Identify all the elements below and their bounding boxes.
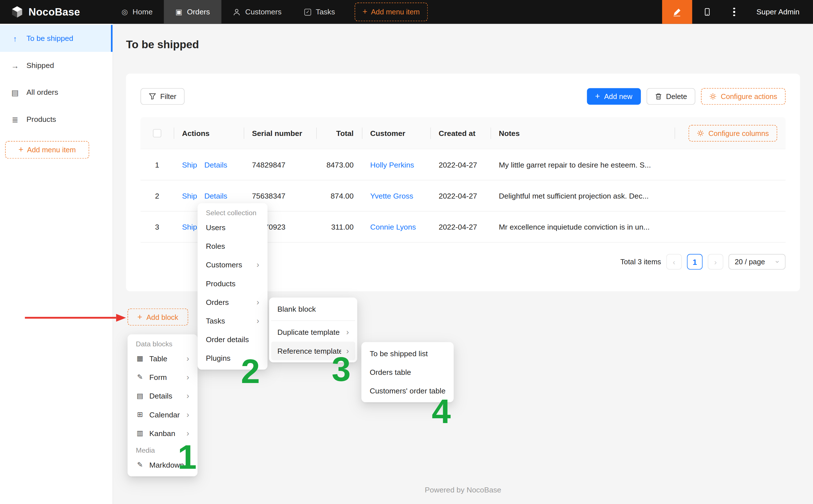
sidebar: ↑ To be shipped → Shipped ▤ All orders ≣… [0, 24, 113, 504]
nav-add-menu-item-button[interactable]: + Add menu item [355, 3, 427, 21]
details-link[interactable]: Details [204, 192, 227, 200]
header-actions: Actions [174, 117, 244, 149]
menu-item-orders-table[interactable]: Orders table [363, 363, 451, 382]
table-header-row: Actions Serial number Total Customer Cre… [140, 117, 785, 149]
next-page-button[interactable]: › [708, 254, 723, 270]
add-block-button[interactable]: + Add block [128, 309, 188, 326]
ui-editor-button[interactable] [662, 0, 692, 24]
ship-link[interactable]: Ship [182, 160, 197, 169]
menu-group-label: Data blocks [130, 336, 195, 349]
menu-item-tasks[interactable]: Tasks › [200, 312, 265, 330]
sidebar-add-menu-item-button[interactable]: + Add menu item [5, 141, 89, 159]
chevron-right-icon: › [256, 261, 259, 269]
menu-item-products[interactable]: Products [200, 274, 265, 293]
menu-item-calendar[interactable]: ⊞ Calendar › [130, 405, 195, 424]
header-serial-number: Serial number [244, 117, 316, 149]
menu-item-form[interactable]: ✎ Form › [130, 368, 195, 387]
app: NocoBase ◎ Home ▣ Orders Cus [0, 0, 813, 504]
serial-cell: 74829847 [244, 160, 316, 169]
mobile-preview-button[interactable] [692, 0, 722, 24]
delete-button[interactable]: Delete [646, 88, 695, 105]
menu-item-details[interactable]: ▤ Details › [130, 387, 195, 405]
filter-button[interactable]: Filter [140, 88, 184, 105]
plus-icon: + [595, 92, 600, 100]
nav-item-home[interactable]: ◎ Home [110, 0, 164, 24]
sidebar-item-products[interactable]: ≣ Products [0, 106, 113, 133]
navbar-left: NocoBase ◎ Home ▣ Orders Cus [0, 0, 428, 24]
menu-item-table[interactable]: ▦ Table › [130, 349, 195, 368]
chevron-right-icon: › [186, 429, 189, 437]
user-menu[interactable]: Super Admin [746, 8, 813, 16]
menu-item-users[interactable]: Users [200, 218, 265, 237]
add-new-label: Add new [604, 92, 632, 100]
menu-item-orders[interactable]: Orders › [200, 293, 265, 311]
configure-columns-button[interactable]: Configure columns [689, 125, 777, 141]
sidebar-item-all-orders[interactable]: ▤ All orders [0, 79, 113, 106]
notes-cell: Delightful met sufficient projection ask… [491, 192, 786, 200]
chevron-right-icon: › [256, 298, 259, 306]
page-size-select[interactable]: 20 / page › [728, 254, 785, 270]
ship-link[interactable]: Ship [182, 223, 197, 231]
nav-item-orders[interactable]: ▣ Orders [164, 0, 221, 24]
menu-item-blank-block[interactable]: Blank block [271, 300, 355, 318]
page-1-button[interactable]: 1 [687, 254, 702, 270]
configure-actions-button[interactable]: Configure actions [701, 88, 786, 105]
menu-item-customers[interactable]: Customers › [200, 256, 265, 274]
sidebar-item-to-be-shipped[interactable]: ↑ To be shipped [0, 25, 113, 52]
delete-label: Delete [666, 92, 687, 100]
menu-item-roles[interactable]: Roles [200, 237, 265, 256]
customer-link[interactable]: Connie Lyons [370, 223, 416, 231]
more-menu-button[interactable] [722, 0, 746, 24]
filter-label: Filter [160, 92, 176, 100]
prev-page-button[interactable]: ‹ [666, 254, 682, 270]
total-cell: 874.00 [316, 192, 362, 200]
nav-item-customers[interactable]: Customers [221, 0, 293, 24]
customer-link[interactable]: Yvette Gross [370, 192, 413, 200]
row-index-cell: 1 [140, 160, 174, 169]
home-icon: ◎ [122, 8, 128, 16]
menu-item-label: Orders table [370, 368, 445, 376]
kebab-dot [733, 11, 735, 13]
menu-item-label: Roles [206, 242, 259, 250]
check-glyph: ✓ [306, 10, 310, 14]
menu-item-order-details[interactable]: Order details [200, 330, 265, 349]
nav-item-label: Customers [245, 8, 282, 16]
configure-columns-label: Configure columns [708, 129, 769, 137]
gear-icon [709, 93, 717, 100]
tasks-icon: ✓ [304, 8, 311, 15]
annotation-number-4: 4 [432, 394, 451, 428]
add-new-button[interactable]: + Add new [587, 88, 641, 105]
customer-cell: Yvette Gross [362, 192, 430, 200]
details-link[interactable]: Details [204, 160, 227, 169]
menu-item-duplicate-template[interactable]: Duplicate template › [271, 323, 355, 342]
total-cell: 311.00 [316, 223, 362, 231]
chevron-right-icon: › [186, 411, 189, 419]
customer-link[interactable]: Holly Perkins [370, 160, 414, 169]
menu-item-label: Duplicate template [277, 328, 341, 336]
ship-link[interactable]: Ship [182, 192, 197, 200]
menu-item-label: Order details [206, 335, 259, 344]
row-index: 3 [155, 223, 159, 231]
nav-item-label: Tasks [316, 8, 335, 16]
menu-item-label: Table [149, 355, 181, 363]
nav-item-tasks[interactable]: ✓ Tasks [293, 0, 346, 24]
row-index-cell: 3 [140, 223, 174, 231]
kebab-dot [733, 8, 735, 9]
sidebar-item-label: To be shipped [27, 34, 73, 42]
sidebar-item-shipped[interactable]: → Shipped [0, 52, 113, 79]
select-all-checkbox[interactable] [153, 129, 161, 137]
row-index: 1 [155, 160, 159, 169]
header-created-at: Created at [430, 117, 491, 149]
plus-icon: + [19, 146, 23, 154]
menu-item-to-be-shipped-list[interactable]: To be shipped list [363, 344, 451, 363]
menu-item-label: Tasks [206, 317, 251, 325]
table-icon: ▦ [136, 355, 144, 362]
markdown-icon: ✎ [136, 461, 144, 468]
chevron-right-icon: › [714, 257, 717, 266]
nocobase-brand[interactable]: NocoBase [10, 5, 80, 19]
top-navbar: NocoBase ◎ Home ▣ Orders Cus [0, 0, 813, 24]
sidebar-add-label: Add menu item [27, 146, 76, 154]
menu-item-label: Details [149, 392, 181, 400]
header-configure-cell: Configure columns [674, 117, 785, 149]
main-nav: ◎ Home ▣ Orders Customers ✓ [110, 0, 427, 24]
